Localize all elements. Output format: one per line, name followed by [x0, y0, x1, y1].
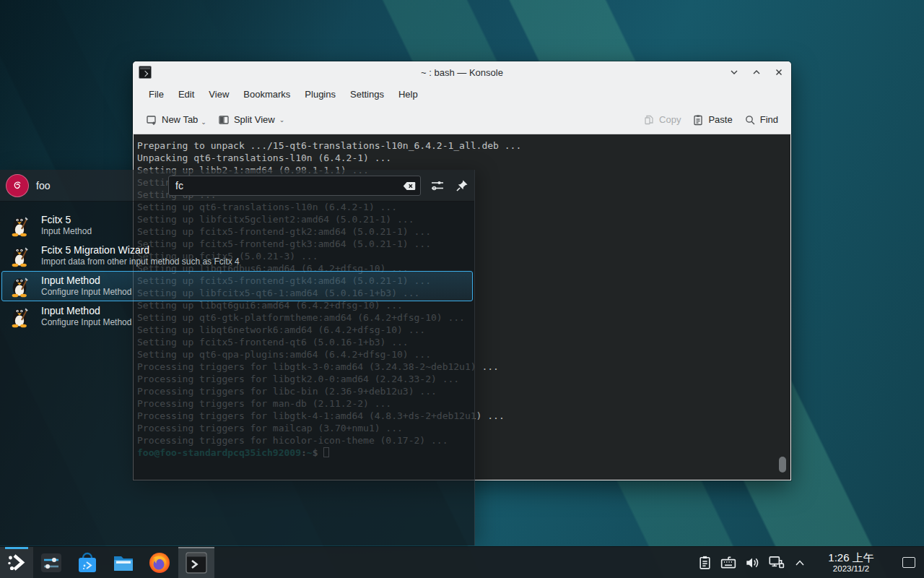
firefox-button[interactable] — [141, 547, 178, 578]
split-view-label: Split View — [234, 114, 275, 125]
fcitx-penguin-icon — [9, 244, 32, 267]
new-tab-dropdown-icon[interactable]: ⌄ — [201, 118, 206, 126]
sliders-icon — [430, 178, 445, 193]
user-avatar-debian-icon[interactable] — [6, 174, 29, 197]
konsole-icon — [185, 551, 208, 574]
network-tray-icon[interactable] — [767, 554, 785, 571]
new-tab-icon — [146, 114, 157, 126]
paste-button[interactable]: Paste — [687, 110, 738, 130]
digital-clock[interactable]: 1:26 上午 2023/11/2 — [818, 551, 884, 573]
result-title: Input Method — [41, 275, 131, 287]
find-label: Find — [760, 114, 778, 125]
menu-view[interactable]: View — [201, 83, 236, 105]
close-icon — [774, 67, 784, 77]
clipboard-tray-icon[interactable] — [696, 554, 713, 571]
system-settings-button[interactable] — [33, 547, 69, 578]
discover-button[interactable] — [69, 547, 105, 578]
new-tab-button[interactable]: New Tab ⌄ — [140, 110, 212, 130]
menu-file[interactable]: File — [141, 83, 171, 105]
konsole-task-button[interactable] — [178, 547, 214, 578]
discover-icon — [76, 551, 99, 574]
menu-edit[interactable]: Edit — [171, 83, 201, 105]
search-input-value: fc — [169, 180, 401, 191]
clock-date: 2023/11/2 — [818, 564, 884, 574]
find-button[interactable]: Find — [738, 110, 784, 130]
result-title: Input Method — [41, 305, 131, 317]
search-results: Fcitx 5 Input Method Fcitx 5 Migration W… — [0, 202, 474, 332]
split-view-button[interactable]: Split View ⌄ — [212, 110, 290, 130]
new-tab-label: New Tab — [162, 114, 198, 125]
split-view-dropdown-icon[interactable]: ⌄ — [279, 116, 285, 124]
application-launcher-button[interactable] — [0, 547, 33, 578]
debian-swirl-icon — [9, 177, 26, 194]
result-input-method-selected[interactable]: Input Method Configure Input Method — [1, 271, 473, 301]
configure-search-button[interactable] — [428, 176, 447, 195]
system-tray: 1:26 上午 2023/11/2 — [696, 551, 924, 573]
paste-icon — [692, 114, 704, 126]
firefox-icon — [148, 551, 171, 574]
find-icon — [744, 114, 756, 126]
result-input-method[interactable]: Input Method Configure Input Method — [1, 301, 473, 332]
terminal-line: Unpacking qt6-translations-l10n (6.4.2-1… — [137, 152, 790, 164]
keyboard-tray-icon[interactable] — [720, 554, 737, 571]
minimize-icon — [729, 67, 739, 77]
paste-label: Paste — [708, 114, 732, 125]
backspace-icon — [403, 181, 416, 191]
result-title: Fcitx 5 — [41, 214, 92, 226]
volume-tray-icon[interactable] — [744, 554, 761, 571]
result-subtitle: Import data from other input method such… — [41, 256, 240, 267]
clock-time: 1:26 上午 — [818, 551, 884, 564]
kde-launcher-icon — [6, 552, 27, 574]
menu-bookmarks[interactable]: Bookmarks — [236, 83, 297, 105]
fcitx-penguin-icon — [9, 275, 32, 298]
maximize-icon — [751, 67, 762, 77]
maximize-button[interactable] — [750, 66, 763, 79]
copy-button[interactable]: Copy — [637, 110, 687, 130]
folder-icon — [112, 551, 135, 574]
app-launcher-panel: foo fc — [0, 170, 475, 545]
menu-settings[interactable]: Settings — [343, 83, 391, 105]
close-button[interactable] — [772, 66, 785, 79]
pin-button[interactable] — [453, 176, 471, 195]
dolphin-file-manager-button[interactable] — [105, 547, 141, 578]
menubar: File Edit View Bookmarks Plugins Setting… — [133, 83, 791, 105]
tray-expander-chevron-icon[interactable] — [791, 554, 808, 571]
split-view-icon — [218, 114, 230, 126]
fcitx-penguin-icon — [9, 214, 32, 237]
result-subtitle: Input Method — [41, 226, 92, 237]
window-titlebar[interactable]: ~ : bash — Konsole — [133, 61, 791, 83]
menu-plugins[interactable]: Plugins — [297, 83, 343, 105]
result-title: Fcitx 5 Migration Wizard — [41, 244, 240, 256]
toolbar: New Tab ⌄ Split View ⌄ Copy — [133, 105, 791, 134]
menu-help[interactable]: Help — [391, 83, 425, 105]
system-settings-icon — [40, 551, 63, 574]
result-fcitx5[interactable]: Fcitx 5 Input Method — [1, 210, 473, 241]
copy-icon — [643, 114, 655, 126]
result-subtitle: Configure Input Method — [41, 287, 131, 298]
user-name: foo — [36, 180, 50, 191]
terminal-line: Preparing to unpack .../15-qt6-translati… — [137, 139, 790, 152]
fcitx-penguin-icon — [9, 305, 32, 328]
peek-at-desktop-button[interactable] — [902, 557, 915, 568]
taskbar: 1:26 上午 2023/11/2 — [0, 546, 924, 578]
result-fcitx5-migration-wizard[interactable]: Fcitx 5 Migration Wizard Import data fro… — [1, 241, 473, 271]
terminal-scrollbar-handle[interactable] — [779, 457, 786, 473]
search-input[interactable]: fc — [168, 176, 421, 196]
copy-label: Copy — [659, 114, 681, 125]
clear-search-button[interactable] — [401, 178, 418, 194]
desktop: ~ : bash — Konsole File Edit View Bookma… — [0, 0, 924, 578]
result-subtitle: Configure Input Method — [41, 317, 131, 328]
pin-icon — [455, 178, 469, 193]
minimize-button[interactable] — [728, 66, 741, 79]
launcher-header: foo fc — [0, 170, 474, 202]
window-title: ~ : bash — Konsole — [133, 67, 791, 78]
